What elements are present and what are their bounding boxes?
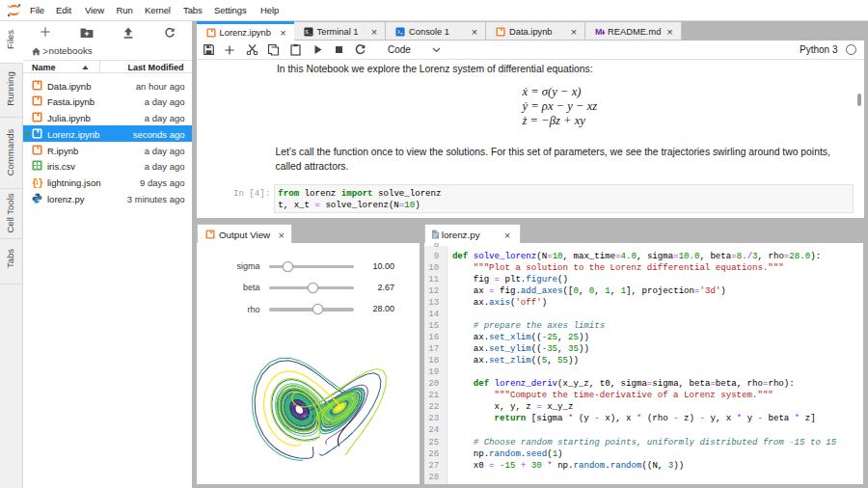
svg-text:M: M	[595, 27, 602, 37]
svg-text:$_: $_	[305, 29, 312, 36]
svg-text:}: }	[38, 177, 43, 188]
